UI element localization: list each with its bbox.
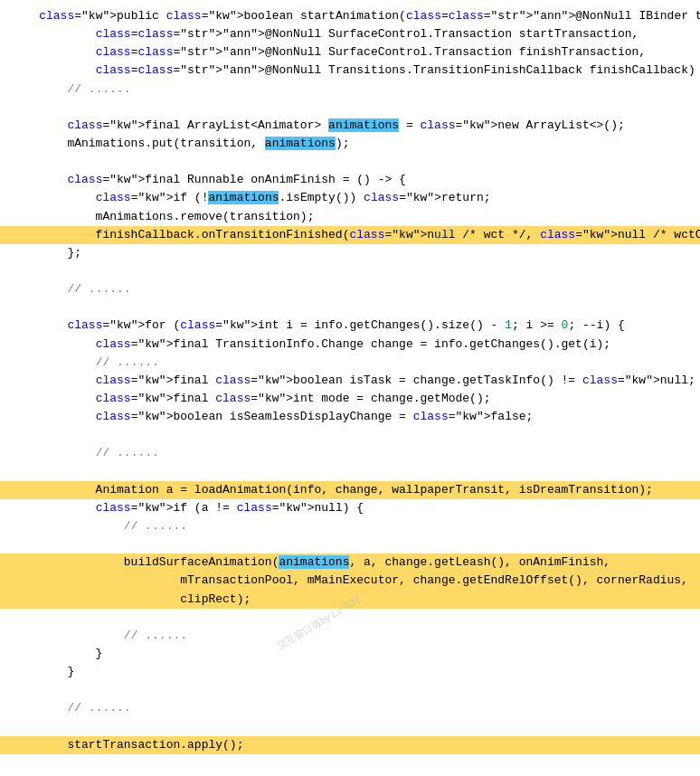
code-line: }	[0, 645, 700, 663]
code-line: class="kw">final Runnable onAnimFinish =…	[0, 171, 700, 189]
code-line: mAnimations.remove(transition);	[0, 208, 700, 226]
code-line: class="kw">final ArrayList<Animator> ani…	[0, 117, 700, 135]
code-line: class="kw">boolean isSeamlessDisplayChan…	[0, 408, 700, 426]
code-block: class="kw">public class="kw">boolean sta…	[0, 7, 700, 776]
code-line	[0, 717, 700, 735]
code-line: class="kw">final class="kw">boolean isTa…	[0, 372, 700, 390]
code-line: class="kw">if (a != class="kw">null) {	[0, 499, 700, 517]
code-line: class=class="str">"ann">@NonNull Surface…	[0, 25, 700, 43]
code-line: class="kw">final class="kw">int mode = c…	[0, 390, 700, 408]
code-line: }	[0, 663, 700, 681]
code-line: clipRect);	[0, 591, 700, 609]
code-line	[0, 426, 700, 444]
code-line: class="kw">if (!animations.isEmpty()) cl…	[0, 189, 700, 207]
code-line	[0, 681, 700, 699]
code-line	[0, 298, 700, 317]
code-line: // ......	[0, 699, 700, 717]
code-line: // ......	[0, 627, 700, 645]
code-line: class=class="str">"ann">@NonNull Surface…	[0, 43, 700, 62]
code-line	[0, 754, 700, 772]
code-line: finishCallback.onTransitionFinished(clas…	[0, 226, 700, 244]
code-line	[0, 535, 700, 554]
code-line: };	[0, 244, 700, 262]
code-line: // ......	[0, 280, 700, 298]
code-line: // ......	[0, 517, 700, 535]
code-line	[0, 262, 700, 280]
code-line: class="kw">public class="kw">boolean sta…	[0, 7, 700, 25]
code-container: class="kw">public class="kw">boolean sta…	[0, 0, 700, 776]
code-line: mTransactionPool, mMainExecutor, change.…	[0, 572, 700, 590]
code-line: class="kw">for (class="kw">int i = info.…	[0, 317, 700, 335]
code-line: // now start animations. they are starte…	[0, 772, 700, 776]
code-line: // ......	[0, 354, 700, 372]
code-line	[0, 463, 700, 481]
code-line: startTransaction.apply();	[0, 736, 700, 754]
code-line	[0, 99, 700, 117]
code-line	[0, 609, 700, 627]
code-line: class=class="str">"ann">@NonNull Transit…	[0, 62, 700, 80]
code-line	[0, 153, 700, 171]
code-line: // ......	[0, 80, 700, 99]
code-line: // ......	[0, 444, 700, 462]
code-line: class="kw">final TransitionInfo.Change c…	[0, 336, 700, 354]
code-line: Animation a = loadAnimation(info, change…	[0, 481, 700, 499]
code-line: buildSurfaceAnimation(animations, a, cha…	[0, 554, 700, 572]
code-line: mAnimations.put(transition, animations);	[0, 135, 700, 153]
